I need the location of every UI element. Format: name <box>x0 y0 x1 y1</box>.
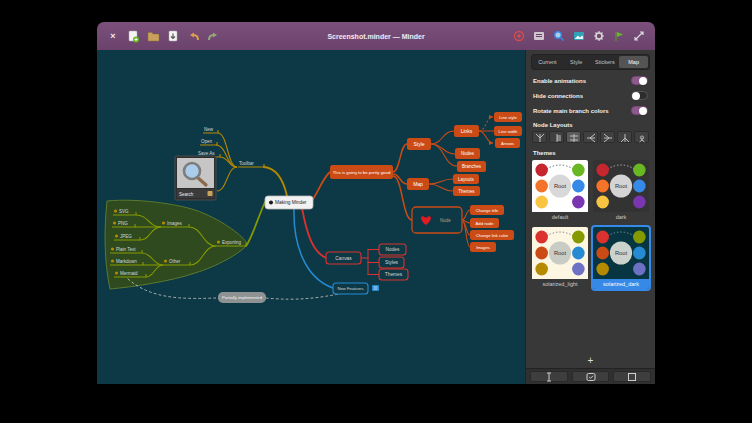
branch-edge <box>360 250 379 275</box>
branch-edge <box>431 131 454 144</box>
branch-edge <box>246 202 265 246</box>
layout-horizontal-icon <box>568 132 580 143</box>
mindmap-node-label: This is going to be pretty good <box>333 170 391 175</box>
close-icon: × <box>110 32 115 41</box>
settings-button[interactable] <box>591 28 607 44</box>
enable-animations-row: Enable animations <box>526 73 655 88</box>
mindmap-node-label: Change title <box>476 208 499 213</box>
tab-stickers[interactable]: Stickers <box>591 56 620 68</box>
mindmap-node-label: Map <box>413 181 423 187</box>
new-document-button[interactable] <box>125 28 141 44</box>
mindmap-node-jpeg-dot <box>115 234 118 237</box>
tab-style[interactable]: Style <box>562 56 591 68</box>
mindmap-node-label: Layouts <box>458 177 475 182</box>
layout-vertical-button[interactable] <box>549 131 564 143</box>
open-button[interactable] <box>145 28 161 44</box>
node-layouts-label: Node Layouts <box>526 118 655 130</box>
branch-edge <box>393 174 407 184</box>
mindmap-node-png-dot <box>113 221 116 224</box>
image-check-button[interactable] <box>572 371 610 382</box>
tab-current[interactable]: Current <box>533 56 562 68</box>
mindmap-node-other-dot <box>164 259 167 262</box>
mindmap-node-label: Toolbar <box>239 161 254 166</box>
text-select-button[interactable] <box>530 371 568 382</box>
hide-connections-toggle[interactable] <box>631 91 648 100</box>
titlebar-right-actions <box>507 28 647 44</box>
export-image-button[interactable] <box>571 28 587 44</box>
rotate-branch-colors-label: Rotate main branch colors <box>533 108 609 114</box>
layout-manual-button[interactable] <box>634 131 649 143</box>
mindmap-node-label: Node <box>440 218 451 223</box>
layout-downwards-icon <box>619 132 631 143</box>
enable-animations-toggle[interactable] <box>631 76 648 85</box>
theme-dark[interactable]: Root dark <box>593 160 649 222</box>
branch-edge <box>479 131 493 143</box>
theme-solarized-light[interactable]: Root solarized_light <box>532 227 588 289</box>
mindmap-node-label: SVG <box>119 209 129 214</box>
save-button[interactable] <box>165 28 181 44</box>
layout-to-right-button[interactable] <box>583 131 598 143</box>
note-badge-icon[interactable] <box>372 285 379 291</box>
branch-edge <box>218 133 237 167</box>
search-icon <box>553 30 565 42</box>
theme-solarized-light-thumbnail: Root <box>532 227 588 279</box>
sidebar-footer <box>526 368 655 384</box>
tab-map[interactable]: Map <box>619 56 648 68</box>
redo-button[interactable] <box>205 28 221 44</box>
theme-solarized-dark[interactable]: Root solarized_dark <box>593 227 649 289</box>
theme-dark-thumbnail: Root <box>593 160 649 212</box>
undo-button[interactable] <box>185 28 201 44</box>
theme-preview: Root <box>593 160 649 212</box>
theme-preview: Root <box>532 227 588 279</box>
mindmap-node-label: Markdown <box>116 259 137 264</box>
layout-upwards-button[interactable] <box>532 131 547 143</box>
image-caption-icon <box>208 191 213 196</box>
mindmap-node-label: Themes <box>385 272 403 277</box>
focus-mode-button[interactable] <box>511 28 527 44</box>
mindmap-node-exporting-dot <box>217 240 220 243</box>
frame-icon <box>627 372 637 382</box>
mindmap-node-label: Other <box>169 259 181 264</box>
themes-label: Themes <box>526 146 655 158</box>
branch-edge <box>462 210 470 220</box>
theme-preview: Root <box>593 227 649 279</box>
theme-solarized-dark-thumbnail: Root <box>593 227 649 279</box>
rotate-branch-colors-row: Rotate main branch colors <box>526 103 655 118</box>
frame-button[interactable] <box>613 371 651 382</box>
shortcuts-button[interactable] <box>531 28 547 44</box>
mindmap-node-label: Add node <box>476 221 495 226</box>
close-button[interactable]: × <box>105 28 121 44</box>
mindmap-node-label: Branches <box>462 164 482 169</box>
branch-edge <box>313 172 330 199</box>
layout-horizontal-button[interactable] <box>566 131 581 143</box>
mindmap-node-label: Making Minder <box>275 200 307 205</box>
theme-default[interactable]: Root default <box>532 160 588 222</box>
mindmap-node-root-sticker <box>269 201 273 205</box>
branch-edge <box>393 144 407 172</box>
layout-to-left-button[interactable] <box>600 131 615 143</box>
svg-text:Root: Root <box>615 250 628 256</box>
export-button[interactable] <box>611 28 627 44</box>
sidebar: Current Style Stickers Map Enable animat… <box>525 50 655 384</box>
zoom-button[interactable] <box>551 28 567 44</box>
mindmap-node-label: JPEG <box>120 234 132 239</box>
theme-solarized-light-label: solarized_light <box>532 279 588 289</box>
branch-edge <box>431 144 457 166</box>
mindmap-node-svg-dot <box>114 209 117 212</box>
fullscreen-button[interactable] <box>631 28 647 44</box>
redo-icon <box>207 31 220 42</box>
undo-icon <box>187 31 200 42</box>
mindmap-node-heart-node[interactable] <box>412 207 462 233</box>
mindmap-canvas[interactable]: Making MinderToolbarNewOpenSave AsSearch… <box>97 50 525 384</box>
toggle-knob <box>639 107 647 115</box>
theme-dark-label: dark <box>593 212 649 222</box>
export-flag-icon <box>613 30 625 42</box>
rotate-branch-colors-toggle[interactable] <box>631 106 648 115</box>
hide-connections-label: Hide connections <box>533 93 583 99</box>
layout-downwards-button[interactable] <box>617 131 632 143</box>
titlebar[interactable]: × <box>97 22 655 50</box>
mindmap-node-label: New Features <box>337 286 363 291</box>
mindmap-node-label: Mermaid <box>120 271 138 276</box>
add-theme-button[interactable]: + <box>526 353 655 368</box>
theme-default-label: default <box>532 212 588 222</box>
